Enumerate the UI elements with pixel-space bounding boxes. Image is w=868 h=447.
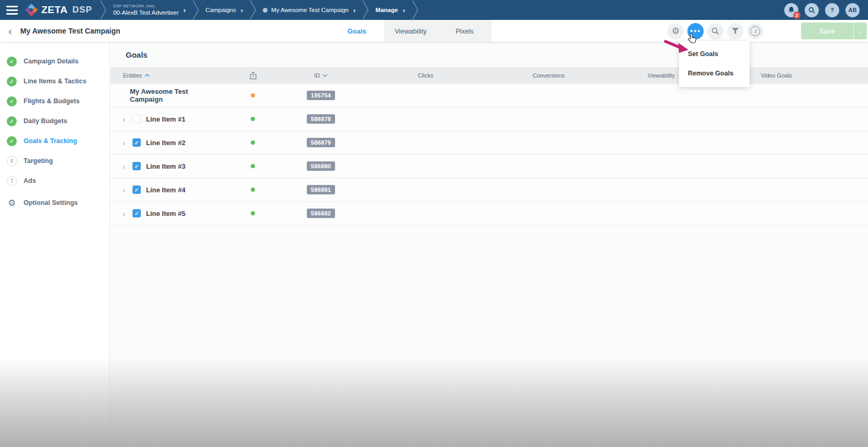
save-button[interactable]: Save: [801, 23, 853, 39]
entity-name[interactable]: Line Item #2: [146, 139, 185, 147]
search-icon: [711, 27, 719, 35]
tab-goals[interactable]: Goals: [330, 20, 384, 42]
save-split-button: Save ⌄: [801, 23, 867, 39]
settings-button[interactable]: ⚙: [667, 23, 684, 39]
id-badge[interactable]: 586878: [307, 114, 336, 124]
entity-name[interactable]: Line Item #5: [146, 210, 185, 217]
expand-chevron-icon[interactable]: ›: [121, 139, 127, 147]
check-circle-icon: ✓: [7, 77, 17, 86]
zeta-dsp-logo[interactable]: ZETA DSP: [24, 4, 99, 16]
chevron-right-icon: ›: [183, 6, 185, 14]
filter-button[interactable]: [727, 23, 743, 39]
column-entities[interactable]: Entities: [110, 72, 221, 79]
status-dot-icon: [251, 188, 255, 192]
avatar[interactable]: AB: [845, 3, 860, 17]
breadcrumb-campaign-label: My Awesome Test Campaign: [271, 7, 349, 13]
column-share[interactable]: [221, 71, 284, 80]
breadcrumb-separator-icon: [411, 0, 419, 20]
sidebar-item-label: Daily Budgets: [24, 117, 67, 125]
check-circle-icon: ✓: [7, 96, 17, 106]
gear-icon: ⚙: [7, 198, 17, 208]
status-dot-icon: [251, 140, 255, 145]
column-id[interactable]: ID: [284, 72, 358, 79]
row-checkbox[interactable]: ✓: [132, 138, 141, 147]
breadcrumb-eyebrow: DSP NETWORK (NA): [113, 4, 179, 8]
id-badge[interactable]: 586881: [307, 185, 336, 194]
hamburger-menu-icon[interactable]: [0, 6, 24, 15]
sidebar-item-flights-budgets[interactable]: ✓ Flights & Budgets: [0, 91, 109, 111]
logo-suffix-text: DSP: [72, 5, 92, 15]
sort-caret-up-icon: [144, 74, 150, 77]
id-badge[interactable]: 586879: [307, 138, 336, 147]
entity-name[interactable]: Line Item #4: [146, 186, 185, 194]
entity-name[interactable]: My Awesome Test Campaign: [130, 88, 221, 103]
question-mark-icon: ?: [830, 7, 834, 13]
breadcrumb-manage[interactable]: Manage ›: [369, 6, 411, 14]
breadcrumb-advertiser-label: 00-AlexB Test Advertiser: [113, 9, 179, 16]
more-actions-button[interactable]: ●●●: [687, 23, 704, 39]
tab-pixels[interactable]: Pixels: [438, 20, 492, 42]
global-search-button[interactable]: [805, 3, 819, 17]
search-button[interactable]: [707, 23, 724, 39]
status-dot-icon: [251, 117, 255, 121]
entity-name[interactable]: Line Item #1: [146, 115, 185, 123]
chevron-right-icon: ›: [241, 6, 243, 14]
tab-strip: Goals Viewability Pixels: [330, 20, 492, 42]
id-badge[interactable]: 195754: [307, 91, 336, 100]
sidebar-item-label: Line Items & Tactics: [24, 78, 86, 85]
help-button[interactable]: ?: [825, 3, 839, 17]
wizard-sidebar: ✓ Campaign Details ✓ Line Items & Tactic…: [0, 42, 110, 447]
sidebar-item-campaign-details[interactable]: ✓ Campaign Details: [0, 51, 109, 71]
table-row-line-item: › ✓ Line Item #2 586879: [110, 131, 868, 155]
sidebar-item-ads[interactable]: 7 Ads: [0, 171, 109, 191]
tab-viewability[interactable]: Viewability: [384, 20, 438, 42]
table-row-line-item: › Line Item #1 586878: [110, 107, 868, 131]
sidebar-item-label: Campaign Details: [24, 58, 79, 65]
expand-chevron-icon[interactable]: ›: [121, 162, 127, 170]
chevron-down-icon: ⌄: [858, 28, 862, 34]
step-number-icon: 6: [7, 156, 17, 166]
filter-icon: [731, 27, 739, 35]
check-circle-icon: ✓: [7, 136, 17, 146]
id-badge[interactable]: 586882: [307, 209, 336, 218]
logo-brand-text: ZETA: [41, 4, 68, 16]
check-circle-icon: ✓: [7, 57, 17, 67]
table-row-line-item: › ✓ Line Item #3 586880: [110, 155, 868, 178]
sidebar-item-label: Optional Settings: [24, 199, 77, 206]
sidebar-item-line-items-tactics[interactable]: ✓ Line Items & Tactics: [0, 71, 109, 91]
row-checkbox[interactable]: [132, 115, 141, 123]
menu-item-set-goals[interactable]: Set Goals: [679, 44, 750, 63]
notification-count-badge: 2: [793, 12, 800, 19]
column-label: Viewability: [648, 72, 675, 79]
column-label: Video Goals: [761, 72, 792, 79]
status-dot-icon: [263, 8, 268, 13]
row-checkbox[interactable]: ✓: [132, 209, 141, 217]
id-badge[interactable]: 586880: [307, 161, 336, 171]
expand-chevron-icon[interactable]: ›: [121, 115, 127, 123]
notifications-button[interactable]: 2: [784, 3, 798, 17]
save-dropdown-button[interactable]: ⌄: [853, 23, 867, 39]
breadcrumb-campaign[interactable]: My Awesome Test Campaign ›: [257, 6, 362, 14]
column-clicks[interactable]: Clicks: [358, 72, 494, 79]
expand-chevron-icon[interactable]: ›: [121, 210, 127, 217]
sidebar-item-label: Goals & Tracking: [24, 137, 77, 145]
info-button[interactable]: i: [747, 23, 763, 39]
sidebar-item-optional-settings[interactable]: ⚙ Optional Settings: [0, 193, 109, 213]
sidebar-item-targeting[interactable]: 6 Targeting: [0, 151, 109, 171]
breadcrumb-separator-icon: [362, 0, 369, 20]
breadcrumb-campaigns[interactable]: Campaigns ›: [199, 6, 250, 14]
sort-caret-down-icon: [322, 74, 328, 77]
breadcrumb-advertiser[interactable]: DSP NETWORK (NA) 00-AlexB Test Advertise…: [107, 4, 192, 16]
row-checkbox[interactable]: ✓: [132, 162, 141, 170]
sidebar-item-daily-budgets[interactable]: ✓ Daily Budgets: [0, 111, 109, 131]
column-conversions[interactable]: Conversions: [494, 72, 604, 79]
column-label: Conversions: [532, 72, 564, 79]
expand-chevron-icon[interactable]: ›: [121, 186, 127, 194]
menu-item-remove-goals[interactable]: Remove Goals: [679, 63, 750, 83]
breadcrumb-separator-icon: [249, 0, 257, 20]
sidebar-item-goals-tracking[interactable]: ✓ Goals & Tracking: [0, 131, 109, 151]
row-checkbox[interactable]: ✓: [132, 186, 141, 194]
table-row-line-item: › ✓ Line Item #5 586882: [110, 202, 868, 225]
back-button[interactable]: ‹: [6, 26, 14, 36]
entity-name[interactable]: Line Item #3: [146, 162, 185, 170]
